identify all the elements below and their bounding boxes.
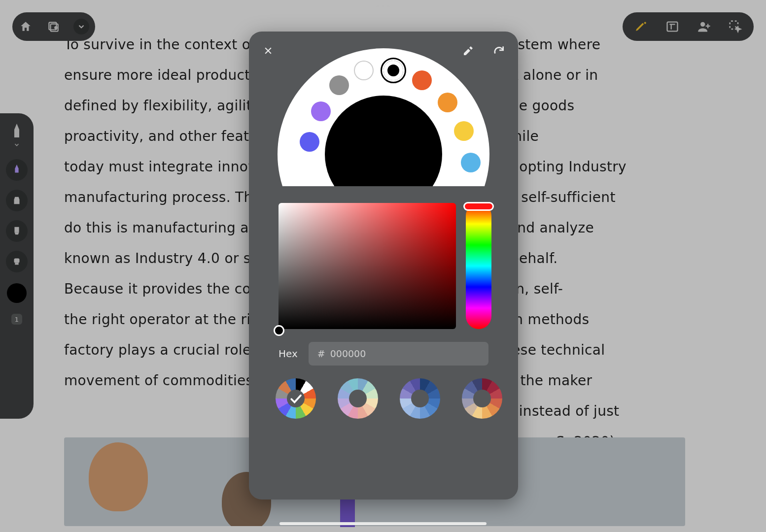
highlighter-tool-button[interactable]	[6, 220, 28, 242]
home-icon[interactable]	[18, 19, 33, 34]
palette-sunset[interactable]	[462, 378, 502, 419]
gallery-icon[interactable]	[46, 19, 61, 34]
arc-swatch[interactable]	[329, 75, 349, 95]
svg-rect-7	[14, 227, 19, 233]
hex-value: 000000	[330, 348, 366, 359]
page-scroll-track[interactable]	[15, 332, 18, 411]
palette-blue[interactable]	[400, 378, 440, 419]
current-color-swatch[interactable]	[7, 283, 27, 303]
svg-rect-8	[14, 259, 20, 263]
svg-point-4	[700, 22, 705, 27]
arc-swatch[interactable]	[383, 61, 403, 80]
hex-label: Hex	[279, 348, 298, 360]
arc-swatch[interactable]	[354, 61, 374, 80]
arc-swatch[interactable]	[412, 70, 432, 90]
close-icon[interactable]	[260, 42, 277, 59]
page-number-badge[interactable]: 1	[11, 314, 22, 325]
top-left-toolbar	[12, 12, 95, 41]
top-right-toolbar	[623, 12, 754, 41]
palette-default[interactable]	[276, 378, 316, 419]
undo-icon[interactable]	[490, 42, 507, 59]
more-options-icon[interactable]	[377, 5, 390, 7]
svg-rect-3	[667, 22, 678, 32]
eraser-tool-button[interactable]	[6, 251, 28, 272]
svg-rect-6	[14, 134, 19, 137]
chevron-down-icon[interactable]	[13, 141, 20, 150]
highlighter-icon[interactable]	[633, 19, 648, 34]
check-icon	[276, 378, 316, 419]
saturation-value-picker[interactable]	[279, 203, 456, 329]
color-picker-dialog: Hex # 000000	[249, 32, 518, 499]
svg-point-2	[55, 27, 57, 29]
home-indicator	[279, 522, 487, 525]
arc-swatch[interactable]	[461, 153, 481, 172]
hex-input[interactable]: # 000000	[309, 342, 488, 366]
palette-pastel[interactable]	[338, 378, 378, 419]
share-person-icon[interactable]	[696, 19, 711, 34]
arc-swatch[interactable]	[300, 132, 319, 152]
palette-row	[276, 378, 502, 419]
select-tool-icon[interactable]	[728, 19, 743, 34]
arc-swatch[interactable]	[454, 121, 474, 141]
text-style-icon[interactable]	[665, 19, 680, 34]
hue-thumb[interactable]	[463, 202, 494, 211]
arc-swatch[interactable]	[438, 93, 457, 112]
marker-tool-button[interactable]	[6, 190, 28, 211]
sv-thumb[interactable]	[274, 325, 284, 336]
arc-swatch[interactable]	[311, 101, 331, 121]
hue-slider[interactable]	[466, 203, 491, 329]
hex-hash: #	[317, 348, 325, 359]
svg-rect-9	[15, 263, 18, 265]
pen-toolbar: 1	[0, 113, 34, 419]
pen-tool-button[interactable]	[6, 159, 28, 181]
expand-toolbar-button[interactable]	[73, 19, 89, 34]
pen-nib-icon[interactable]	[9, 122, 24, 140]
color-arc-palette	[278, 48, 489, 186]
